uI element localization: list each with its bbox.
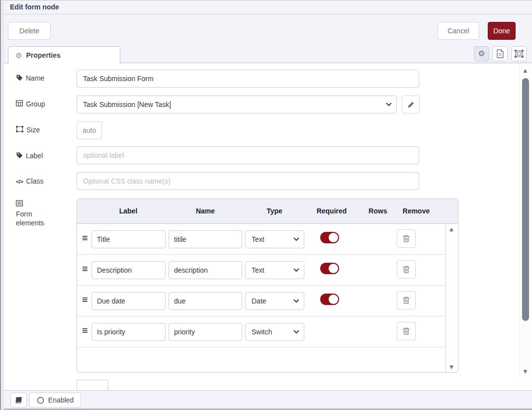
form-elements-table-header: Label Name Type Required Rows Remove	[77, 199, 458, 224]
dialog-titlebar: Edit form node	[4, 0, 532, 14]
col-header-name: Name	[196, 207, 215, 215]
properties-panel: Name Group Task Submission [New Task]	[4, 63, 532, 391]
trash-icon	[402, 234, 410, 243]
list-icon	[16, 200, 23, 206]
trash-icon	[402, 296, 410, 305]
add-element-button-partial[interactable]	[77, 380, 108, 391]
scroll-up-icon[interactable]: ▲	[522, 67, 529, 74]
remove-element-button[interactable]	[397, 229, 416, 248]
trash-icon	[402, 327, 410, 335]
toggle-knob	[329, 295, 338, 304]
element-type-select-wrap: Text	[245, 261, 304, 279]
scroll-up-icon[interactable]: ▲	[448, 226, 455, 232]
dialog-footer: Enabled	[4, 390, 532, 410]
form-element-row: ≡ Switch	[77, 316, 445, 347]
form-element-row: ≡ Text	[77, 224, 445, 255]
element-type-select-wrap: Switch	[245, 323, 304, 341]
element-name-input[interactable]	[169, 292, 242, 310]
object-group-icon	[16, 126, 23, 132]
table-scrollbar[interactable]: ▲ ▼	[446, 226, 457, 370]
tag-icon	[16, 152, 23, 159]
required-toggle[interactable]	[320, 294, 339, 305]
dialog-button-row: Delete Cancel Done	[4, 14, 532, 45]
group-select-wrap: Task Submission [New Task]	[77, 96, 397, 113]
name-field-label: Name	[16, 74, 75, 83]
edit-form-node-dialog: Edit form node Delete Cancel Done ⚙ Prop…	[0, 0, 532, 410]
class-input[interactable]	[77, 172, 419, 190]
form-element-row: ≡ Date	[77, 286, 445, 316]
done-button[interactable]: Done	[488, 22, 516, 40]
group-field-label: Group	[16, 100, 75, 108]
drag-handle-icon[interactable]: ≡	[82, 325, 88, 336]
tab-properties-label: Properties	[26, 51, 60, 59]
toggle-knob	[329, 264, 338, 273]
delete-button[interactable]: Delete	[8, 22, 51, 40]
edit-group-button[interactable]	[402, 96, 420, 113]
enabled-label: Enabled	[48, 396, 74, 404]
col-header-rows: Rows	[368, 207, 387, 215]
remove-element-button[interactable]	[397, 322, 416, 340]
scroll-down-icon[interactable]: ▼	[448, 364, 455, 370]
remove-element-button[interactable]	[397, 260, 416, 279]
col-header-type: Type	[266, 207, 282, 215]
book-icon	[15, 397, 22, 404]
appearance-view-button[interactable]	[511, 46, 527, 61]
remove-element-button[interactable]	[397, 291, 416, 309]
dialog-title: Edit form node	[10, 3, 59, 11]
tag-icon	[16, 74, 23, 81]
name-input[interactable]	[77, 70, 419, 88]
element-type-select[interactable]: Text	[245, 230, 304, 248]
element-name-input[interactable]	[169, 261, 242, 279]
element-label-input[interactable]	[91, 230, 166, 248]
form-element-row: ≡ Text	[77, 255, 445, 286]
main-scrollbar[interactable]: ▲ ▼	[519, 64, 531, 377]
col-header-label: Label	[119, 207, 138, 215]
scrollbar-thumb[interactable]	[522, 78, 529, 321]
description-view-button[interactable]	[492, 46, 508, 61]
element-type-select-wrap: Text	[245, 230, 304, 248]
element-name-input[interactable]	[169, 230, 242, 248]
gear-icon: ⚙	[15, 52, 22, 59]
size-button[interactable]: auto	[77, 121, 102, 139]
tab-bar: ⚙ Properties ⚙	[4, 45, 532, 63]
element-type-select[interactable]: Date	[245, 292, 304, 310]
col-header-required: Required	[317, 207, 347, 215]
element-label-input[interactable]	[91, 261, 166, 279]
pencil-icon	[407, 101, 415, 108]
cancel-button[interactable]: Cancel	[438, 22, 479, 40]
scroll-down-icon[interactable]: ▼	[522, 368, 529, 375]
node-enabled-toggle[interactable]: Enabled	[29, 393, 81, 408]
required-toggle[interactable]	[320, 232, 339, 243]
drag-handle-icon[interactable]: ≡	[82, 294, 88, 306]
circle-icon	[37, 397, 44, 404]
group-select[interactable]: Task Submission [New Task]	[77, 96, 397, 113]
drag-handle-icon[interactable]: ≡	[82, 232, 88, 244]
required-toggle[interactable]	[320, 263, 339, 274]
label-field-label: Label	[16, 151, 75, 160]
form-elements-table: Label Name Type Required Rows Remove ≡ T…	[77, 199, 458, 373]
element-type-select[interactable]: Switch	[245, 323, 304, 341]
element-type-select[interactable]: Text	[245, 261, 304, 279]
element-type-select-wrap: Date	[245, 292, 304, 310]
trash-icon	[402, 265, 410, 274]
gear-icon: ⚙	[478, 50, 485, 58]
toggle-knob	[329, 233, 338, 242]
col-header-remove: Remove	[403, 207, 430, 215]
table-icon	[16, 100, 23, 106]
form-elements-label: Form elements	[16, 200, 62, 227]
form-elements-rows: ≡ Text ≡ Text	[77, 224, 458, 373]
element-label-input[interactable]	[91, 292, 166, 310]
tab-properties[interactable]: ⚙ Properties	[8, 46, 120, 64]
document-icon	[496, 49, 504, 58]
element-name-input[interactable]	[169, 323, 242, 341]
size-field-label: Size	[16, 125, 75, 134]
node-help-button[interactable]	[10, 393, 27, 408]
properties-view-button[interactable]: ⚙	[474, 46, 489, 61]
object-group-icon	[515, 50, 524, 58]
label-input[interactable]	[77, 146, 419, 164]
class-field-label: </> Class	[16, 177, 75, 186]
code-icon: </>	[16, 177, 23, 186]
drag-handle-icon[interactable]: ≡	[82, 263, 88, 275]
element-label-input[interactable]	[91, 323, 166, 341]
